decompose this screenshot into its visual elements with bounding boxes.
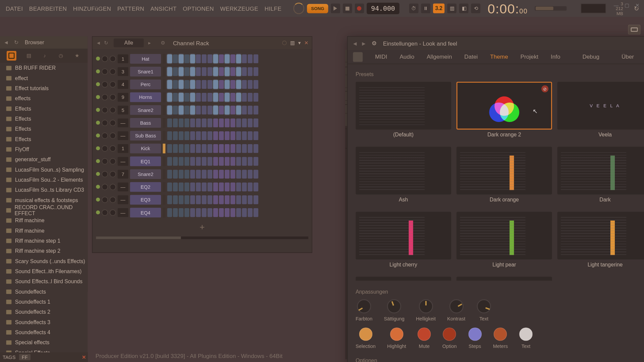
channel-select-indicator[interactable] (163, 195, 165, 204)
channel-pan-knob[interactable] (102, 158, 108, 164)
step-cell[interactable] (230, 67, 235, 76)
step-cell[interactable] (248, 118, 253, 127)
step-cell[interactable] (236, 131, 241, 140)
step-cell[interactable] (167, 80, 172, 88)
theme-preset[interactable]: V E E L AVeela (557, 82, 644, 141)
settings-fwd-icon[interactable]: ► (361, 40, 367, 46)
browser-item[interactable]: Sound Effects..l Bird Sounds (0, 276, 88, 286)
step-cell[interactable] (254, 182, 259, 191)
channel-number[interactable]: — (118, 131, 128, 140)
step-cell[interactable] (225, 144, 230, 153)
theme-preset[interactable] (457, 277, 552, 281)
step-cell[interactable] (190, 131, 195, 140)
loop-icon[interactable]: ⟲ (471, 4, 481, 13)
browser-item[interactable]: Riff machine (0, 226, 88, 236)
step-cell[interactable] (230, 93, 235, 101)
step-cell[interactable] (254, 195, 259, 204)
step-cell[interactable] (248, 144, 253, 153)
step-cell[interactable] (254, 208, 259, 217)
step-sequencer-row[interactable] (167, 157, 258, 165)
step-cell[interactable] (196, 144, 201, 153)
step-cell[interactable] (248, 131, 253, 140)
channel-select-indicator[interactable] (163, 118, 165, 127)
step-cell[interactable] (190, 118, 195, 127)
step-cell[interactable] (213, 157, 218, 165)
channel-vol-knob[interactable] (110, 94, 116, 100)
swatch-icon[interactable] (418, 327, 431, 341)
step-cell[interactable] (219, 157, 224, 165)
step-cell[interactable] (236, 170, 241, 178)
step-cell[interactable] (213, 93, 218, 101)
knob-icon[interactable] (357, 299, 371, 313)
song-mode-button[interactable]: SONG (307, 4, 328, 13)
step-cell[interactable] (225, 208, 230, 217)
step-cell[interactable] (213, 195, 218, 204)
step-cell[interactable] (225, 118, 230, 127)
browser-item[interactable]: Special effects (0, 337, 88, 347)
menu-hilfe[interactable]: HILFE (261, 3, 284, 13)
step-cell[interactable] (167, 67, 172, 76)
channel-pan-knob[interactable] (102, 120, 108, 126)
step-cell[interactable] (167, 170, 172, 178)
step-cell[interactable] (167, 182, 172, 191)
step-cell[interactable] (219, 106, 224, 114)
step-cell[interactable] (207, 170, 212, 178)
step-cell[interactable] (230, 170, 235, 178)
step-cell[interactable] (173, 54, 178, 63)
step-cell[interactable] (236, 208, 241, 217)
knob-icon[interactable] (387, 299, 401, 313)
channel-number[interactable]: 5 (118, 106, 128, 114)
channel-name-button[interactable]: Hat (130, 54, 161, 63)
browser-item[interactable]: Soundeffects 4 (0, 327, 88, 337)
step-cell[interactable] (242, 208, 247, 217)
browser-item[interactable]: effects (0, 93, 88, 103)
step-cell[interactable] (236, 54, 241, 63)
channel-select-indicator[interactable] (163, 156, 165, 166)
step-cell[interactable] (207, 208, 212, 217)
channel-mute-led[interactable] (96, 57, 100, 61)
browser-item[interactable]: Soundeffects 3 (0, 317, 88, 327)
time-display[interactable]: 0:00:00 (488, 1, 528, 16)
browser-item[interactable]: BB RUFF RIDER (0, 63, 88, 73)
step-cell[interactable] (202, 157, 207, 165)
browser-item[interactable]: Effect tutorials (0, 83, 88, 93)
channel-pan-knob[interactable] (102, 68, 108, 74)
step-cell[interactable] (179, 157, 184, 165)
step-cell[interactable] (173, 80, 178, 88)
step-cell[interactable] (184, 67, 190, 76)
settings-tab-info[interactable]: Info (545, 51, 566, 63)
channel-number[interactable]: — (118, 118, 128, 127)
pattern-accent[interactable]: 3.2 (433, 4, 445, 13)
record-button[interactable] (355, 4, 364, 13)
browser-item[interactable]: Soundeffects (0, 287, 88, 297)
step-cell[interactable] (248, 195, 253, 204)
browser-item[interactable]: Riff machine (0, 215, 88, 225)
step-cell[interactable] (196, 106, 201, 114)
step-cell[interactable] (230, 54, 235, 63)
step-cell[interactable] (196, 208, 201, 217)
step-cell[interactable] (236, 144, 241, 153)
channel-name-button[interactable]: EQ3 (130, 195, 161, 204)
knob-icon[interactable] (477, 299, 491, 313)
step-cell[interactable] (190, 54, 195, 63)
step-cell[interactable] (219, 182, 224, 191)
step-cell[interactable] (196, 118, 201, 127)
cr-fwd-icon[interactable]: ↻ (104, 40, 109, 46)
channel-name-button[interactable]: Sub Bass (130, 131, 161, 140)
browser-item[interactable]: FlyOff (0, 144, 88, 154)
cr-options-icon[interactable]: ▾ (298, 40, 301, 46)
cr-graph-icon[interactable]: ▥ (290, 40, 294, 46)
step-cell[interactable] (167, 157, 172, 165)
step-cell[interactable] (196, 54, 201, 63)
knob-icon[interactable] (419, 299, 433, 313)
channel-name-button[interactable]: Snare2 (130, 169, 161, 179)
browser-item[interactable]: RECORD CRAC..OUND EFFECT (0, 205, 88, 215)
step-cell[interactable] (184, 170, 190, 178)
step-cell[interactable] (207, 67, 212, 76)
step-cell[interactable] (167, 106, 172, 114)
step-cell[interactable] (248, 67, 253, 76)
step-cell[interactable] (196, 131, 201, 140)
step-cell[interactable] (254, 80, 259, 88)
step-cell[interactable] (202, 182, 207, 191)
settings-tab-theme[interactable]: Theme (485, 51, 514, 63)
